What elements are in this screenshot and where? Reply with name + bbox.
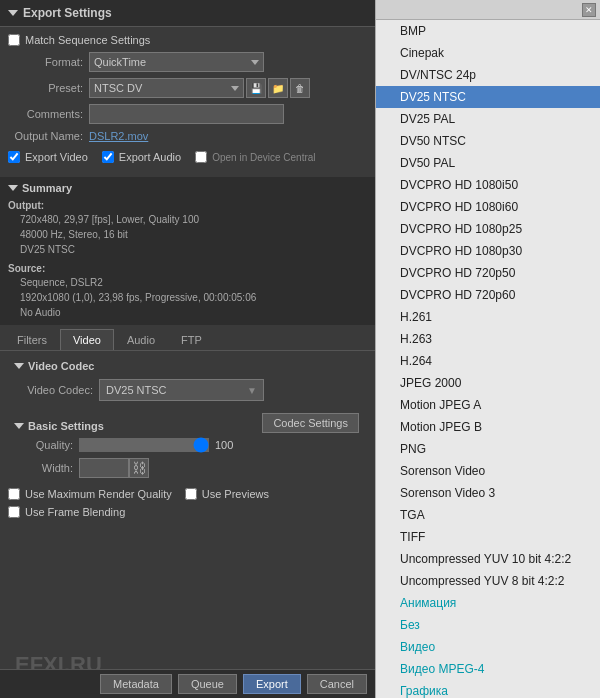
left-panel: Export Settings Match Sequence Settings … [0,0,375,698]
video-codec-label: Video Codec: [8,384,93,396]
summary-section: Summary Output: 720x480, 29,97 [fps], Lo… [0,177,375,325]
comments-label: Comments: [8,108,83,120]
summary-expand-icon [8,185,18,191]
video-codec-section: Video Codec Video Codec: DV25 NTSC ▼ Cod… [0,353,375,413]
dropdown-item[interactable]: JPEG 2000 [376,372,600,394]
width-row: Width: 720 ⛓ [8,455,367,481]
summary-source-audio: No Audio [8,305,367,320]
format-dropdown-arrow [251,60,259,65]
quality-slider[interactable] [79,438,209,452]
dropdown-item[interactable]: Видео MPEG-4 [376,658,600,680]
format-label: Format: [8,56,83,68]
dropdown-item[interactable]: DVCPRO HD 1080i50 [376,174,600,196]
format-dropdown[interactable]: QuickTime [89,52,264,72]
quality-value: 100 [215,439,245,451]
codec-settings-btn[interactable]: Codec Settings [262,413,359,433]
open-device-checkbox[interactable] [195,151,207,163]
dropdown-item[interactable]: Motion JPEG A [376,394,600,416]
basic-settings-label: Basic Settings [28,420,104,432]
use-previews-checkbox[interactable] [185,488,197,500]
dropdown-item[interactable]: H.263 [376,328,600,350]
format-value: QuickTime [94,56,146,68]
video-codec-value: DV25 NTSC [106,384,167,396]
export-audio-checkbox[interactable] [102,151,114,163]
dropdown-item[interactable]: Видео [376,636,600,658]
dropdown-item[interactable]: DV50 NTSC [376,130,600,152]
use-previews-label: Use Previews [202,488,269,500]
dropdown-item[interactable]: DVCPRO HD 1080i60 [376,196,600,218]
preset-delete-btn[interactable]: 🗑 [290,78,310,98]
use-frame-blending-checkbox[interactable] [8,506,20,518]
preset-label: Preset: [8,82,83,94]
summary-header[interactable]: Summary [8,182,367,194]
dropdown-item[interactable]: Без [376,614,600,636]
dropdown-item[interactable]: DV25 PAL [376,108,600,130]
dropdown-item[interactable]: DV/NTSC 24p [376,64,600,86]
dropdown-item[interactable]: Uncompressed YUV 8 bit 4:2:2 [376,570,600,592]
video-codec-header[interactable]: Video Codec [8,357,367,375]
use-max-quality-checkbox[interactable] [8,488,20,500]
dropdown-list: BMPCinepakDV/NTSC 24pDV25 NTSCDV25 PALDV… [376,20,600,698]
queue-btn[interactable]: Queue [178,674,237,694]
dropdown-item[interactable]: BMP [376,20,600,42]
use-frame-blending-row: Use Frame Blending [8,503,367,521]
dropdown-panel-header: ✕ [376,0,600,20]
dropdown-item[interactable]: Cinepak [376,42,600,64]
dropdown-item[interactable]: Sorenson Video [376,460,600,482]
dropdown-item[interactable]: Sorenson Video 3 [376,482,600,504]
dropdown-item[interactable]: Uncompressed YUV 10 bit 4:2:2 [376,548,600,570]
preset-folder-btn[interactable]: 📁 [268,78,288,98]
comments-input[interactable] [89,104,284,124]
export-video-checkbox[interactable] [8,151,20,163]
tab-video[interactable]: Video [60,329,114,350]
export-btn[interactable]: Export [243,674,301,694]
codec-dropdown-panel: ✕ BMPCinepakDV/NTSC 24pDV25 NTSCDV25 PAL… [375,0,600,698]
summary-output-audio: 48000 Hz, Stereo, 16 bit [8,227,367,242]
dropdown-item[interactable]: Motion JPEG B [376,416,600,438]
tab-ftp[interactable]: FTP [168,329,215,350]
tab-audio[interactable]: Audio [114,329,168,350]
export-settings-header[interactable]: Export Settings [0,0,375,27]
dropdown-item[interactable]: DV25 NTSC [376,86,600,108]
preset-dropdown[interactable]: NTSC DV [89,78,244,98]
dropdown-item[interactable]: DVCPRO HD 1080p25 [376,218,600,240]
dropdown-item[interactable]: H.264 [376,350,600,372]
summary-source-label: Source: [8,263,45,274]
export-audio-row: Export Audio [102,148,181,166]
expand-icon [8,10,18,16]
preset-save-btn[interactable]: 💾 [246,78,266,98]
width-input[interactable]: 720 [79,458,129,478]
dropdown-close-btn[interactable]: ✕ [582,3,596,17]
video-codec-section-label: Video Codec [28,360,94,372]
dropdown-item[interactable]: Анимация [376,592,600,614]
output-filename[interactable]: DSLR2.mov [89,130,148,142]
dropdown-item[interactable]: DVCPRO HD 720p50 [376,262,600,284]
video-codec-input[interactable]: DV25 NTSC ▼ [99,379,264,401]
basic-settings-header[interactable]: Basic Settings [8,417,262,435]
match-sequence-checkbox[interactable] [8,34,20,46]
output-name-row: Output Name: DSLR2.mov [8,127,367,145]
dropdown-item[interactable]: TGA [376,504,600,526]
summary-source-value: Sequence, DSLR2 [8,275,367,290]
dropdown-item[interactable]: PNG [376,438,600,460]
dropdown-item[interactable]: H.261 [376,306,600,328]
open-device-label: Open in Device Central [212,152,315,163]
comments-row: Comments: [8,101,367,127]
panel-title: Export Settings [23,6,112,20]
dropdown-item[interactable]: Графика [376,680,600,698]
cancel-btn[interactable]: Cancel [307,674,367,694]
export-video-label: Export Video [25,151,88,163]
summary-output-codec: DV25 NTSC [8,242,367,257]
summary-output-block: Output: 720x480, 29,97 [fps], Lower, Qua… [8,198,367,257]
dropdown-item[interactable]: DVCPRO HD 1080p30 [376,240,600,262]
preset-row: Preset: NTSC DV 💾 📁 🗑 [8,75,367,101]
export-settings-section: Match Sequence Settings Format: QuickTim… [0,27,375,173]
summary-output-label: Output: [8,200,44,211]
metadata-btn[interactable]: Metadata [100,674,172,694]
tab-filters[interactable]: Filters [4,329,60,350]
dropdown-item[interactable]: DV50 PAL [376,152,600,174]
dropdown-item[interactable]: TIFF [376,526,600,548]
codec-row: Video Codec: DV25 NTSC ▼ [8,375,367,405]
preset-dropdown-arrow [231,86,239,91]
dropdown-item[interactable]: DVCPRO HD 720p60 [376,284,600,306]
